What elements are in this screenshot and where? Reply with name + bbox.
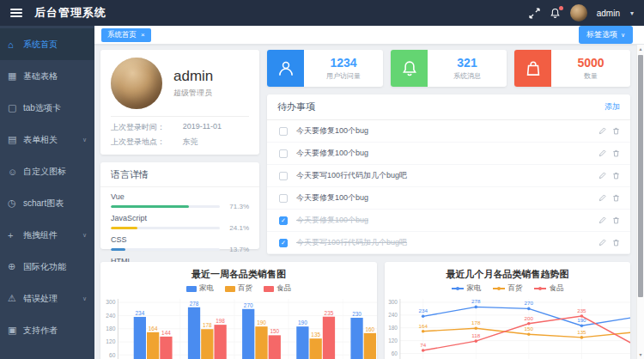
sidebar-item-tab选项卡[interactable]: ▢tab选项卡 bbox=[0, 92, 94, 124]
legend-item-百货[interactable]: 百货 bbox=[225, 283, 252, 294]
chevron-down-icon: ∨ bbox=[621, 32, 625, 39]
language-row-JavaScript: JavaScript24.1% bbox=[111, 214, 249, 232]
stat-card-数量: 5000数量 bbox=[514, 50, 630, 87]
edit-icon[interactable] bbox=[598, 172, 606, 180]
delete-icon[interactable] bbox=[612, 172, 620, 180]
sidebar-item-错误处理[interactable]: ⚠错误处理∨ bbox=[0, 283, 94, 314]
todo-checkbox[interactable] bbox=[279, 149, 288, 158]
bar-家电 bbox=[134, 317, 146, 359]
svg-text:60: 60 bbox=[109, 352, 116, 358]
sidebar-item-表单相关[interactable]: ▤表单相关∨ bbox=[0, 124, 94, 155]
progress-track bbox=[111, 248, 220, 251]
profile-card: admin 超级管理员 上次登录时间： 2019-11-01 上次登录地点： 东… bbox=[100, 50, 259, 155]
stat-cards: 1234用户访问量321系统消息5000数量 bbox=[267, 50, 630, 87]
svg-text:270: 270 bbox=[244, 302, 253, 308]
legend-item-家电[interactable]: 家电 bbox=[452, 283, 482, 294]
close-icon[interactable]: × bbox=[141, 32, 145, 39]
legend-item-家电[interactable]: 家电 bbox=[186, 283, 214, 294]
profile-name: admin bbox=[173, 68, 213, 85]
delete-icon[interactable] bbox=[612, 149, 620, 157]
legend-marker bbox=[452, 288, 464, 289]
sidebar-item-label: 自定义图标 bbox=[23, 166, 66, 178]
delete-icon[interactable] bbox=[612, 127, 620, 135]
tab-bar: 系统首页 × 标签选项 ∨ bbox=[94, 26, 644, 45]
delete-icon[interactable] bbox=[612, 194, 620, 202]
hamburger-menu-icon[interactable] bbox=[10, 9, 22, 17]
todo-text: 今天要修复100个bug bbox=[296, 148, 368, 159]
stat-value: 1234 bbox=[330, 56, 356, 70]
vertical-scrollbar[interactable]: ▴ ▾ bbox=[636, 45, 644, 359]
divider bbox=[111, 116, 249, 117]
bar-百货 bbox=[147, 332, 159, 359]
monthly-trend-chart-card: 最近几个月各品类销售趋势图 家电百货食品 6012018024030023427… bbox=[385, 262, 630, 359]
scroll-down-arrow-icon[interactable]: ▾ bbox=[637, 351, 644, 358]
notification-bell-icon[interactable] bbox=[550, 8, 561, 19]
legend-label: 百货 bbox=[238, 283, 252, 294]
todo-checkbox[interactable] bbox=[279, 172, 288, 180]
todo-card: 待办事项 添加 今天要修复100个bug今天要修复100个bug今天要写100行… bbox=[267, 94, 630, 254]
legend-item-百货[interactable]: 百货 bbox=[493, 283, 523, 294]
edit-icon[interactable] bbox=[598, 216, 606, 224]
avatar[interactable] bbox=[570, 4, 587, 21]
profile-role: 超级管理员 bbox=[173, 88, 213, 99]
svg-text:180: 180 bbox=[388, 325, 398, 331]
tab-options-button[interactable]: 标签选项 ∨ bbox=[579, 26, 633, 44]
sidebar-item-拖拽组件[interactable]: +拖拽组件∨ bbox=[0, 219, 94, 251]
todo-checkbox[interactable] bbox=[279, 194, 288, 203]
sidebar-item-系统首页[interactable]: ⌂系统首页 bbox=[0, 28, 94, 60]
todo-text: 今天要写100行代码加几个bug吧 bbox=[296, 237, 407, 248]
svg-text:178: 178 bbox=[203, 322, 212, 328]
legend-item-食品[interactable]: 食品 bbox=[534, 283, 564, 294]
legend-label: 家电 bbox=[467, 283, 482, 294]
chevron-down-icon: ∨ bbox=[82, 232, 87, 239]
scrollbar-thumb[interactable] bbox=[638, 55, 643, 297]
todo-checkbox[interactable]: ✓ bbox=[279, 239, 288, 247]
sidebar-item-基础表格[interactable]: ▦基础表格 bbox=[0, 60, 94, 92]
bar-食品 bbox=[269, 335, 281, 359]
last-login-place-row: 上次登录地点： 东莞 bbox=[111, 137, 249, 148]
sidebar-item-label: tab选项卡 bbox=[23, 102, 61, 114]
stat-value: 321 bbox=[457, 56, 477, 70]
delete-icon[interactable] bbox=[612, 216, 620, 224]
todo-item: 今天要修复100个bug bbox=[267, 187, 630, 210]
fullscreen-icon[interactable] bbox=[529, 8, 540, 19]
sidebar-item-国际化功能[interactable]: ⊕国际化功能 bbox=[0, 251, 94, 283]
sidebar-menu: ⌂系统首页▦基础表格▢tab选项卡▤表单相关∨☺自定义图标◷schart图表+拖… bbox=[0, 28, 94, 346]
svg-text:164: 164 bbox=[418, 323, 428, 329]
legend-item-食品[interactable]: 食品 bbox=[264, 283, 291, 294]
language-name: Vue bbox=[111, 192, 249, 201]
todo-item: ✓今天要修复100个bug bbox=[267, 210, 630, 232]
progress-track bbox=[111, 227, 220, 229]
delete-icon[interactable] bbox=[612, 239, 620, 246]
stat-card-系统消息: 321系统消息 bbox=[391, 50, 507, 87]
todo-checkbox[interactable] bbox=[279, 127, 288, 136]
todo-list: 今天要修复100个bug今天要修复100个bug今天要写100行代码加几个bug… bbox=[267, 120, 630, 254]
edit-icon[interactable] bbox=[598, 239, 606, 246]
svg-text:230: 230 bbox=[352, 311, 361, 317]
svg-text:190: 190 bbox=[257, 319, 266, 326]
language-percent: 13.7% bbox=[220, 246, 249, 253]
language-percent: 71.3% bbox=[220, 203, 249, 210]
stat-label: 系统消息 bbox=[453, 71, 481, 81]
edit-icon[interactable] bbox=[598, 127, 606, 135]
language-name: CSS bbox=[111, 235, 249, 244]
todo-add-link[interactable]: 添加 bbox=[605, 101, 620, 113]
bar-百货 bbox=[255, 326, 267, 359]
scroll-up-arrow-icon[interactable]: ▴ bbox=[637, 46, 644, 52]
shopping-bag-icon bbox=[514, 50, 551, 87]
sidebar-item-支持作者[interactable]: ▣支持作者 bbox=[0, 314, 94, 346]
user-menu[interactable]: admin bbox=[597, 9, 620, 18]
edit-icon[interactable] bbox=[598, 194, 606, 202]
stat-card-用户访问量: 1234用户访问量 bbox=[267, 50, 383, 87]
svg-text:120: 120 bbox=[106, 338, 115, 344]
sidebar-item-自定义图标[interactable]: ☺自定义图标 bbox=[0, 155, 94, 187]
weekly-sales-bar-chart: 6012018024030023427827019023016417819013… bbox=[100, 295, 377, 359]
tabs-icon: ▢ bbox=[8, 102, 21, 113]
tab-home[interactable]: 系统首页 × bbox=[101, 28, 151, 42]
todo-checkbox[interactable]: ✓ bbox=[279, 216, 288, 225]
language-row-CSS: CSS13.7% bbox=[111, 235, 249, 253]
edit-icon[interactable] bbox=[598, 149, 606, 157]
svg-text:278: 278 bbox=[190, 301, 199, 307]
sidebar-item-schart图表[interactable]: ◷schart图表 bbox=[0, 187, 94, 219]
legend-label: 食品 bbox=[276, 283, 291, 294]
